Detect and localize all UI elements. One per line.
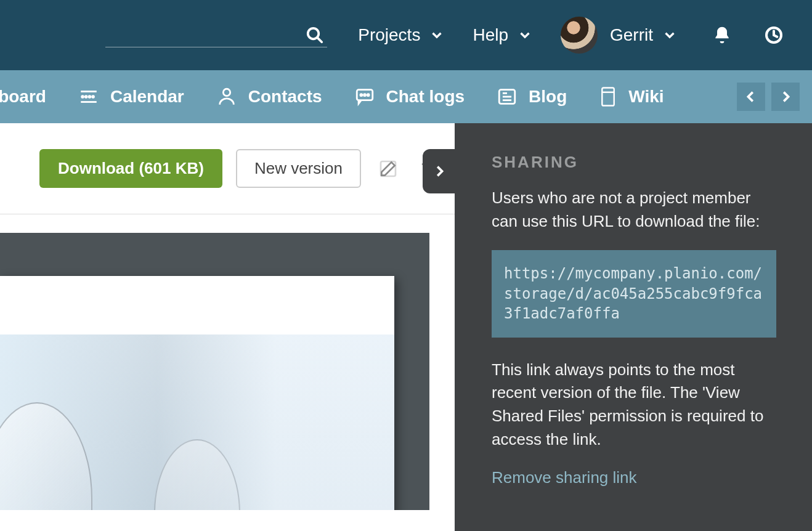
- tabs-scroll-left[interactable]: [737, 83, 765, 111]
- svg-point-6: [85, 96, 87, 98]
- preview-image: [0, 334, 394, 510]
- news-icon: [497, 86, 518, 107]
- projects-label: Projects: [358, 25, 420, 45]
- sharing-url[interactable]: https://mycompany.planio.com/storage/d/a…: [492, 250, 776, 337]
- svg-point-11: [360, 94, 362, 96]
- sharing-panel: SHARING Users who are not a project memb…: [455, 123, 812, 531]
- sharing-note: This link always points to the most rece…: [492, 359, 776, 452]
- top-header: Projects Help Gerrit: [0, 0, 812, 70]
- svg-point-9: [223, 89, 230, 95]
- chevron-down-icon: [429, 27, 445, 43]
- tab-wiki[interactable]: Wiki: [583, 70, 680, 123]
- sharing-intro: Users who are not a project member can u…: [492, 187, 776, 233]
- user-name: Gerrit: [610, 25, 653, 45]
- page-icon: [599, 86, 617, 107]
- calendar-icon: [78, 86, 99, 107]
- edit-button[interactable]: [375, 155, 402, 182]
- projects-menu[interactable]: Projects: [358, 25, 445, 45]
- tabs-scroll-right[interactable]: [771, 83, 800, 111]
- search-input[interactable]: [105, 23, 327, 47]
- chevron-down-icon: [517, 27, 533, 43]
- tab-chat-logs[interactable]: Chat logs: [338, 70, 481, 123]
- panel-collapse-toggle[interactable]: [423, 149, 456, 193]
- tab-label: Calendar: [110, 87, 184, 107]
- chevron-right-icon: [779, 90, 792, 103]
- tab-agile-board[interactable]: le board: [0, 70, 62, 123]
- tab-label: Chat logs: [386, 87, 465, 107]
- clock-icon[interactable]: [760, 22, 787, 49]
- help-label: Help: [473, 25, 508, 45]
- search-box: [105, 23, 327, 47]
- svg-point-5: [82, 96, 84, 98]
- remove-sharing-link[interactable]: Remove sharing link: [492, 468, 637, 487]
- avatar: [561, 17, 598, 54]
- user-menu[interactable]: Gerrit: [561, 17, 678, 54]
- notifications-icon[interactable]: [708, 22, 736, 49]
- chat-icon: [354, 86, 375, 107]
- chevron-right-icon: [432, 164, 446, 178]
- tab-calendar[interactable]: Calendar: [62, 70, 200, 123]
- svg-point-8: [92, 96, 94, 98]
- help-menu[interactable]: Help: [473, 25, 533, 45]
- tab-contacts[interactable]: Contacts: [200, 70, 338, 123]
- tab-blog[interactable]: Blog: [481, 70, 583, 123]
- main-content: Download (601 KB) New version SHARING Us…: [0, 123, 812, 531]
- tab-label: Blog: [529, 87, 567, 107]
- svg-point-7: [89, 96, 91, 98]
- project-tabs: le board Calendar Contacts Chat logs Blo…: [0, 70, 812, 123]
- svg-point-12: [363, 94, 365, 96]
- pencil-icon: [378, 159, 398, 179]
- tab-label: Wiki: [628, 87, 664, 107]
- search-icon[interactable]: [302, 23, 327, 47]
- chevron-left-icon: [744, 90, 758, 103]
- tab-label: Contacts: [248, 87, 322, 107]
- svg-line-1: [318, 38, 322, 42]
- chevron-down-icon: [662, 27, 678, 43]
- svg-rect-18: [603, 87, 614, 105]
- svg-point-13: [367, 94, 369, 96]
- person-icon: [216, 86, 237, 107]
- new-version-button[interactable]: New version: [236, 149, 361, 188]
- tab-label: le board: [0, 87, 46, 107]
- sharing-title: SHARING: [492, 153, 776, 172]
- download-button[interactable]: Download (601 KB): [39, 149, 222, 188]
